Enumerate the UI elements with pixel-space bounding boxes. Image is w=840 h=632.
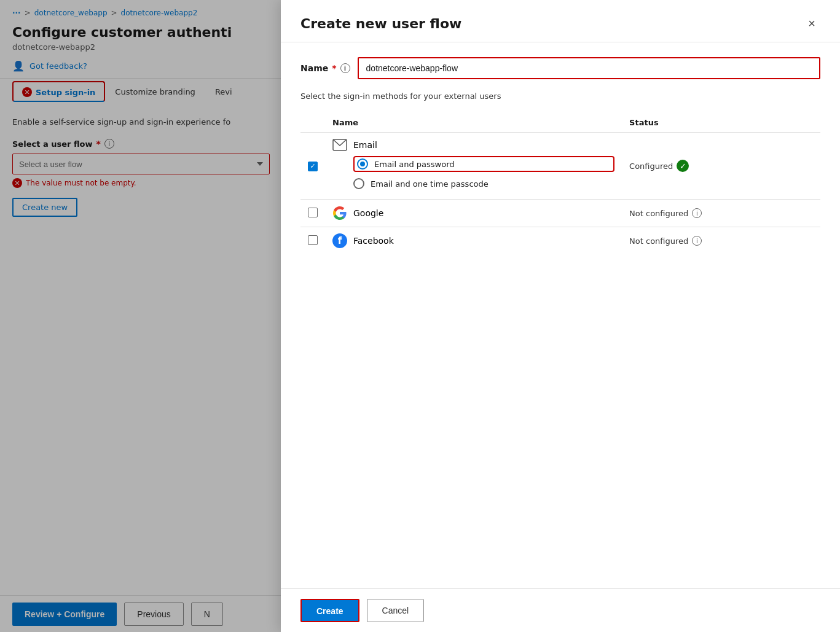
email-checkbox-cell: ✓ — [300, 133, 325, 200]
create-button[interactable]: Create — [300, 599, 359, 622]
email-icon-row: Email — [332, 139, 614, 151]
facebook-status-text: Not configured — [629, 236, 688, 246]
th-checkbox — [300, 113, 325, 133]
radio-email-password-circle[interactable] — [357, 158, 368, 170]
radio-email-password[interactable]: Email and password — [353, 156, 614, 172]
email-status: Configured ✓ — [629, 160, 813, 172]
method-row-google: Google Not configured i — [300, 200, 820, 227]
google-status-text: Not configured — [629, 209, 688, 218]
sign-in-description: Select the sign-in methods for your exte… — [300, 92, 820, 101]
email-icon — [332, 139, 347, 151]
email-sub-options: Email and password Email and one time pa… — [353, 156, 614, 193]
cancel-button[interactable]: Cancel — [367, 599, 425, 622]
methods-table: Name Status ✓ — [300, 113, 820, 254]
google-checkbox[interactable] — [308, 208, 318, 217]
name-label: Name * i — [300, 63, 350, 73]
email-checkbox[interactable]: ✓ — [308, 162, 318, 171]
modal-body: Name * i Select the sign-in methods for … — [281, 42, 840, 588]
configured-check-icon: ✓ — [677, 160, 689, 172]
name-field-row: Name * i — [300, 57, 820, 79]
facebook-status-info-icon[interactable]: i — [692, 236, 702, 246]
google-status: Not configured i — [629, 208, 813, 218]
google-status-info-icon[interactable]: i — [692, 208, 702, 218]
modal-footer: Create Cancel — [281, 588, 840, 632]
radio-email-password-label: Email and password — [374, 160, 455, 169]
email-method-cell: Email Email and password — [325, 133, 622, 200]
email-status-cell: Configured ✓ — [622, 133, 820, 200]
facebook-method-name: Facebook — [353, 236, 394, 246]
facebook-status: Not configured i — [629, 236, 813, 246]
method-row-facebook: f Facebook Not configured i — [300, 227, 820, 255]
name-info-icon[interactable]: i — [340, 63, 350, 73]
th-status: Status — [622, 113, 820, 133]
facebook-method-cell: f Facebook — [325, 227, 622, 255]
facebook-icon-row: f Facebook — [332, 233, 614, 248]
radio-email-otp-circle[interactable] — [353, 178, 364, 189]
email-method-name: Email — [353, 140, 377, 150]
modal-header: Create new user flow × — [281, 0, 840, 42]
method-row-email: ✓ Email — [300, 133, 820, 200]
google-method-cell: Google — [325, 200, 622, 227]
facebook-icon: f — [332, 233, 347, 248]
th-name: Name — [325, 113, 622, 133]
google-icon — [332, 206, 347, 220]
email-status-text: Configured — [629, 162, 673, 171]
facebook-checkbox-cell — [300, 227, 325, 255]
google-method-name: Google — [353, 208, 383, 218]
google-checkbox-cell — [300, 200, 325, 227]
facebook-status-cell: Not configured i — [622, 227, 820, 255]
radio-email-otp-label: Email and one time passcode — [371, 179, 489, 189]
modal-title: Create new user flow — [300, 16, 461, 31]
modal-panel: Create new user flow × Name * i Select t… — [281, 0, 840, 632]
facebook-checkbox[interactable] — [308, 235, 318, 245]
name-required-star: * — [332, 63, 336, 73]
google-icon-row: Google — [332, 206, 614, 220]
google-status-cell: Not configured i — [622, 200, 820, 227]
radio-email-password-inner — [360, 162, 365, 166]
modal-close-button[interactable]: × — [803, 15, 820, 32]
radio-email-otp[interactable]: Email and one time passcode — [353, 174, 614, 193]
name-input[interactable] — [358, 57, 820, 79]
